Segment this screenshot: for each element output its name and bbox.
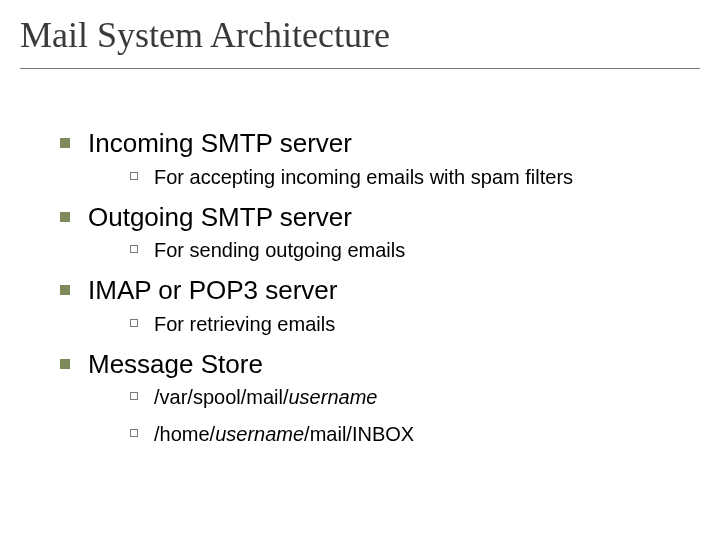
list-item-label: Outgoing SMTP server	[88, 201, 352, 234]
sub-list-item-text: For retrieving emails	[154, 311, 335, 338]
sub-list-item: For accepting incoming emails with spam …	[130, 164, 690, 191]
sub-list-item: For sending outgoing emails	[130, 237, 690, 264]
path-var: username	[289, 386, 378, 408]
sub-list-item-text: /home/username/mail/INBOX	[154, 421, 414, 448]
path-pre: /var/spool/mail/	[154, 386, 289, 408]
sub-list-item-text: For accepting incoming emails with spam …	[154, 164, 573, 191]
list-item-label: Message Store	[88, 348, 263, 381]
path-var: username	[215, 423, 304, 445]
title-wrap: Mail System Architecture	[0, 0, 720, 62]
square-outline-bullet-icon	[130, 319, 138, 327]
path-pre: /home/	[154, 423, 215, 445]
square-bullet-icon	[60, 138, 70, 148]
square-outline-bullet-icon	[130, 392, 138, 400]
slide: Mail System Architecture Incoming SMTP s…	[0, 0, 720, 540]
square-outline-bullet-icon	[130, 172, 138, 180]
sub-list-item: /var/spool/mail/username	[130, 384, 690, 411]
sub-list-item: /home/username/mail/INBOX	[130, 421, 690, 448]
square-outline-bullet-icon	[130, 245, 138, 253]
square-bullet-icon	[60, 359, 70, 369]
slide-title: Mail System Architecture	[20, 14, 700, 56]
sub-list-item-text: /var/spool/mail/username	[154, 384, 377, 411]
sub-list-item-text: For sending outgoing emails	[154, 237, 405, 264]
content: Incoming SMTP server For accepting incom…	[0, 69, 720, 448]
square-bullet-icon	[60, 285, 70, 295]
square-bullet-icon	[60, 212, 70, 222]
path-post: /mail/INBOX	[304, 423, 414, 445]
list-item-label: Incoming SMTP server	[88, 127, 352, 160]
sub-list-item: For retrieving emails	[130, 311, 690, 338]
list-item: IMAP or POP3 server	[60, 274, 690, 307]
list-item: Incoming SMTP server	[60, 127, 690, 160]
square-outline-bullet-icon	[130, 429, 138, 437]
list-item-label: IMAP or POP3 server	[88, 274, 338, 307]
list-item: Outgoing SMTP server	[60, 201, 690, 234]
list-item: Message Store	[60, 348, 690, 381]
